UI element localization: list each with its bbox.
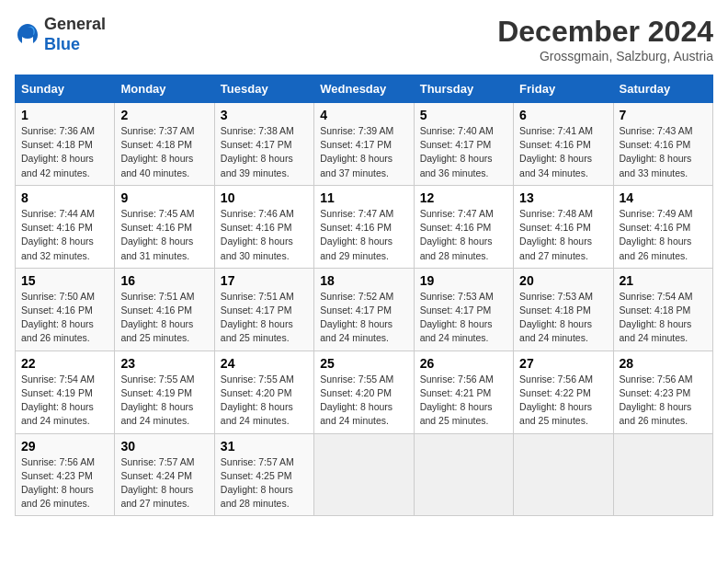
day-number: 18 <box>320 273 407 288</box>
day-number: 17 <box>221 273 308 288</box>
calendar-cell: 9Sunrise: 7:45 AMSunset: 4:16 PMDaylight… <box>115 185 214 268</box>
day-number: 20 <box>519 273 607 288</box>
day-detail: Sunrise: 7:52 AMSunset: 4:17 PMDaylight:… <box>320 290 407 346</box>
day-detail: Sunrise: 7:36 AMSunset: 4:18 PMDaylight:… <box>21 124 108 180</box>
calendar-cell: 4Sunrise: 7:39 AMSunset: 4:17 PMDaylight… <box>314 103 414 186</box>
calendar-weekday-sunday: Sunday <box>16 75 115 103</box>
day-number: 19 <box>420 273 507 288</box>
day-number: 16 <box>120 273 208 288</box>
header: General Blue December 2024 Grossgmain, S… <box>15 15 713 63</box>
logo-general-text: General <box>44 15 106 33</box>
day-number: 1 <box>21 108 108 122</box>
calendar-cell: 23Sunrise: 7:55 AMSunset: 4:19 PMDayligh… <box>115 350 214 433</box>
day-number: 4 <box>320 108 407 122</box>
calendar-cell: 15Sunrise: 7:50 AMSunset: 4:16 PMDayligh… <box>16 268 115 350</box>
calendar-week-row: 22Sunrise: 7:54 AMSunset: 4:19 PMDayligh… <box>16 350 713 433</box>
calendar-cell: 19Sunrise: 7:53 AMSunset: 4:17 PMDayligh… <box>414 268 513 350</box>
calendar-cell <box>514 433 613 516</box>
day-number: 29 <box>21 439 108 454</box>
calendar-weekday-tuesday: Tuesday <box>214 75 313 103</box>
calendar-cell: 31Sunrise: 7:57 AMSunset: 4:25 PMDayligh… <box>214 433 313 516</box>
calendar-cell <box>314 433 414 516</box>
calendar-weekday-wednesday: Wednesday <box>314 75 414 103</box>
calendar-cell: 21Sunrise: 7:54 AMSunset: 4:18 PMDayligh… <box>613 268 712 350</box>
calendar-cell: 30Sunrise: 7:57 AMSunset: 4:24 PMDayligh… <box>115 433 214 516</box>
day-detail: Sunrise: 7:55 AMSunset: 4:19 PMDaylight:… <box>120 373 208 429</box>
day-detail: Sunrise: 7:38 AMSunset: 4:17 PMDaylight:… <box>221 124 308 180</box>
calendar-cell: 20Sunrise: 7:53 AMSunset: 4:18 PMDayligh… <box>514 268 613 350</box>
logo-text: General Blue <box>44 15 106 54</box>
calendar-cell: 26Sunrise: 7:56 AMSunset: 4:21 PMDayligh… <box>414 350 513 433</box>
day-detail: Sunrise: 7:56 AMSunset: 4:23 PMDaylight:… <box>620 373 707 429</box>
day-number: 13 <box>519 190 607 205</box>
calendar-cell: 1Sunrise: 7:36 AMSunset: 4:18 PMDaylight… <box>16 103 115 186</box>
calendar-week-row: 1Sunrise: 7:36 AMSunset: 4:18 PMDaylight… <box>16 103 713 186</box>
calendar-cell: 2Sunrise: 7:37 AMSunset: 4:18 PMDaylight… <box>115 103 214 186</box>
day-number: 24 <box>221 356 308 371</box>
location: Grossgmain, Salzburg, Austria <box>497 49 713 63</box>
day-number: 7 <box>620 108 707 122</box>
day-number: 25 <box>320 356 407 371</box>
day-detail: Sunrise: 7:48 AMSunset: 4:16 PMDaylight:… <box>519 207 607 263</box>
day-number: 23 <box>120 356 208 371</box>
day-detail: Sunrise: 7:39 AMSunset: 4:17 PMDaylight:… <box>320 124 407 180</box>
calendar-cell: 22Sunrise: 7:54 AMSunset: 4:19 PMDayligh… <box>16 350 115 433</box>
day-detail: Sunrise: 7:54 AMSunset: 4:19 PMDaylight:… <box>21 373 108 429</box>
calendar-cell: 13Sunrise: 7:48 AMSunset: 4:16 PMDayligh… <box>514 185 613 268</box>
calendar-header-row: SundayMondayTuesdayWednesdayThursdayFrid… <box>16 75 713 103</box>
calendar-weekday-thursday: Thursday <box>414 75 513 103</box>
day-detail: Sunrise: 7:44 AMSunset: 4:16 PMDaylight:… <box>21 207 108 263</box>
day-detail: Sunrise: 7:45 AMSunset: 4:16 PMDaylight:… <box>120 207 208 263</box>
calendar-cell: 14Sunrise: 7:49 AMSunset: 4:16 PMDayligh… <box>613 185 712 268</box>
calendar-cell: 7Sunrise: 7:43 AMSunset: 4:16 PMDaylight… <box>613 103 712 186</box>
day-number: 11 <box>320 190 407 205</box>
calendar-week-row: 29Sunrise: 7:56 AMSunset: 4:23 PMDayligh… <box>16 433 713 516</box>
day-number: 9 <box>120 190 208 205</box>
day-detail: Sunrise: 7:40 AMSunset: 4:17 PMDaylight:… <box>420 124 507 180</box>
calendar-cell <box>414 433 513 516</box>
calendar-cell: 11Sunrise: 7:47 AMSunset: 4:16 PMDayligh… <box>314 185 414 268</box>
day-detail: Sunrise: 7:51 AMSunset: 4:16 PMDaylight:… <box>120 290 208 346</box>
logo-blue-text: Blue <box>44 35 80 53</box>
day-number: 5 <box>420 108 507 122</box>
calendar-cell: 18Sunrise: 7:52 AMSunset: 4:17 PMDayligh… <box>314 268 414 350</box>
calendar-cell: 5Sunrise: 7:40 AMSunset: 4:17 PMDaylight… <box>414 103 513 186</box>
calendar-cell: 28Sunrise: 7:56 AMSunset: 4:23 PMDayligh… <box>613 350 712 433</box>
day-detail: Sunrise: 7:47 AMSunset: 4:16 PMDaylight:… <box>320 207 407 263</box>
day-detail: Sunrise: 7:53 AMSunset: 4:18 PMDaylight:… <box>519 290 607 346</box>
logo: General Blue <box>15 15 106 54</box>
day-number: 27 <box>519 356 607 371</box>
day-detail: Sunrise: 7:55 AMSunset: 4:20 PMDaylight:… <box>320 373 407 429</box>
calendar-cell: 16Sunrise: 7:51 AMSunset: 4:16 PMDayligh… <box>115 268 214 350</box>
day-number: 14 <box>620 190 707 205</box>
day-number: 31 <box>221 439 308 454</box>
day-detail: Sunrise: 7:55 AMSunset: 4:20 PMDaylight:… <box>221 373 308 429</box>
calendar-cell: 17Sunrise: 7:51 AMSunset: 4:17 PMDayligh… <box>214 268 313 350</box>
calendar-week-row: 8Sunrise: 7:44 AMSunset: 4:16 PMDaylight… <box>16 185 713 268</box>
day-number: 8 <box>21 190 108 205</box>
calendar-week-row: 15Sunrise: 7:50 AMSunset: 4:16 PMDayligh… <box>16 268 713 350</box>
day-detail: Sunrise: 7:46 AMSunset: 4:16 PMDaylight:… <box>221 207 308 263</box>
month-title: December 2024 <box>497 15 713 49</box>
day-detail: Sunrise: 7:41 AMSunset: 4:16 PMDaylight:… <box>519 124 607 180</box>
day-number: 30 <box>120 439 208 454</box>
calendar-cell <box>613 433 712 516</box>
day-number: 12 <box>420 190 507 205</box>
calendar-weekday-saturday: Saturday <box>613 75 712 103</box>
day-detail: Sunrise: 7:56 AMSunset: 4:23 PMDaylight:… <box>21 455 108 511</box>
title-area: December 2024 Grossgmain, Salzburg, Aust… <box>497 15 713 63</box>
day-number: 6 <box>519 108 607 122</box>
calendar-cell: 25Sunrise: 7:55 AMSunset: 4:20 PMDayligh… <box>314 350 414 433</box>
calendar-cell: 8Sunrise: 7:44 AMSunset: 4:16 PMDaylight… <box>16 185 115 268</box>
calendar-cell: 12Sunrise: 7:47 AMSunset: 4:16 PMDayligh… <box>414 185 513 268</box>
day-detail: Sunrise: 7:56 AMSunset: 4:21 PMDaylight:… <box>420 373 507 429</box>
calendar-body: 1Sunrise: 7:36 AMSunset: 4:18 PMDaylight… <box>16 103 713 516</box>
day-number: 15 <box>21 273 108 288</box>
day-detail: Sunrise: 7:37 AMSunset: 4:18 PMDaylight:… <box>120 124 208 180</box>
day-number: 2 <box>120 108 208 122</box>
calendar-cell: 3Sunrise: 7:38 AMSunset: 4:17 PMDaylight… <box>214 103 313 186</box>
day-detail: Sunrise: 7:57 AMSunset: 4:24 PMDaylight:… <box>120 455 208 511</box>
day-number: 3 <box>221 108 308 122</box>
calendar-cell: 6Sunrise: 7:41 AMSunset: 4:16 PMDaylight… <box>514 103 613 186</box>
calendar-table: SundayMondayTuesdayWednesdayThursdayFrid… <box>15 75 713 516</box>
